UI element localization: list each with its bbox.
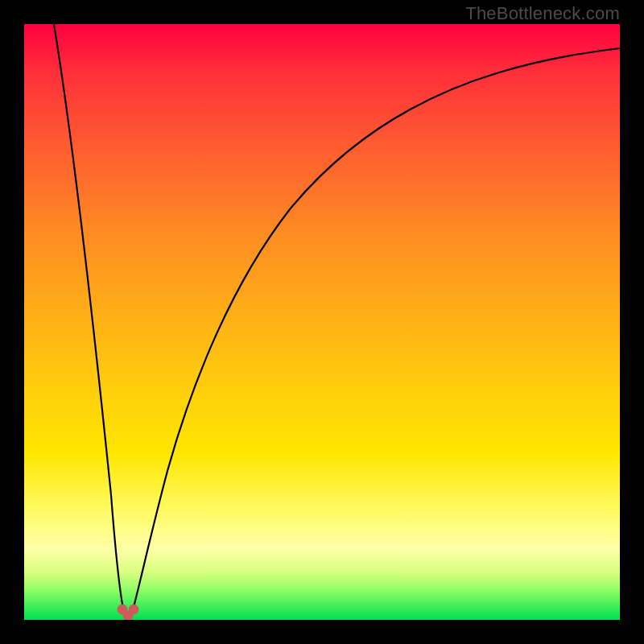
chart-frame: TheBottleneck.com: [0, 0, 644, 644]
optimal-marker-group: [118, 605, 138, 620]
plot-area: [24, 24, 620, 620]
bottleneck-curve-svg: [24, 24, 620, 620]
optimal-marker-dot: [129, 605, 138, 614]
bottleneck-curve-path: [54, 24, 620, 617]
watermark-text: TheBottleneck.com: [465, 3, 620, 24]
